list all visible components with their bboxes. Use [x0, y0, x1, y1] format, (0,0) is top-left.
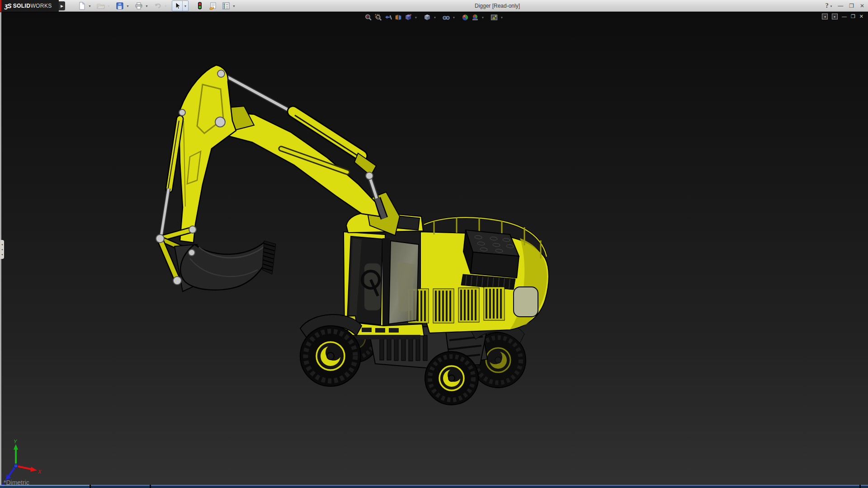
solidworks-mark-icon: ʒS [5, 2, 11, 9]
taskbar-segment[interactable] [151, 485, 859, 488]
wheel-front-left[interactable] [300, 326, 361, 386]
zoom-to-area-button[interactable] [374, 13, 383, 22]
edit-appearance-icon [462, 14, 469, 21]
wheel-front-right[interactable] [425, 352, 478, 405]
splitter-arrow-icon: ◂ [1, 242, 3, 247]
view-settings-dropdown[interactable]: ▾ [500, 16, 504, 19]
minimize-button[interactable]: — [838, 3, 843, 9]
section-view-icon [395, 14, 402, 21]
view-orientation-dropdown[interactable]: ▾ [414, 16, 418, 19]
hide-show-items-dropdown[interactable]: ▾ [452, 16, 456, 19]
window-title: Digger [Read-only] [475, 3, 520, 9]
solidworks-window: ʒS SOLIDWORKS ▶ ▼ ▼ [0, 0, 868, 488]
front-vents [362, 328, 399, 333]
zoom-to-area-icon [375, 14, 382, 21]
rebuild-traffic-light-icon [196, 2, 204, 10]
menu-expand-button[interactable]: ▶ [59, 1, 65, 10]
select-tool-dropdown[interactable]: ▼ [182, 1, 188, 11]
doc-restore-button[interactable]: ❐ [851, 14, 855, 19]
doc-close-button[interactable]: ✕ [859, 14, 863, 19]
print-dropdown[interactable]: ▼ [144, 1, 150, 11]
open-dropdown[interactable]: ▼ [106, 1, 112, 11]
options-button[interactable] [221, 1, 231, 11]
save-dropdown[interactable]: ▼ [125, 1, 131, 11]
graphics-area[interactable]: Y X Z [0, 12, 868, 485]
window-controls: ? ▾ — ❐ ✕ [826, 0, 864, 12]
expand-pane-right-button[interactable]: ▸ [832, 14, 838, 19]
file-properties-button[interactable] [208, 1, 218, 11]
previous-view-icon [385, 14, 392, 21]
select-tool-group: ▼ [172, 0, 189, 11]
zoom-to-fit-icon [365, 14, 373, 21]
previous-view-button[interactable] [384, 13, 393, 22]
featuremanager-splitter-tab[interactable]: ◂ ◂ ◂ [0, 240, 4, 259]
help-button[interactable]: ? [826, 3, 829, 9]
open-folder-icon [97, 2, 105, 10]
triad-y-label: Y [14, 439, 17, 444]
restore-button[interactable]: ❐ [849, 3, 854, 9]
excavator-model[interactable]: Y X Z [0, 12, 868, 485]
headsup-view-toolbar: ▾ ▾ ▾ [364, 13, 504, 22]
undo-button[interactable] [153, 1, 163, 11]
collapse-pane-left-button[interactable]: ◂ [822, 14, 828, 19]
close-button[interactable]: ✕ [860, 3, 864, 9]
logo-red-stripe [0, 0, 1, 12]
display-style-dropdown[interactable]: ▾ [433, 16, 437, 19]
select-cursor-icon [173, 2, 181, 10]
view-settings-icon [491, 14, 498, 21]
titlebar: ʒS SOLIDWORKS ▶ ▼ ▼ [0, 0, 868, 12]
standard-toolbar: ▼ ▼ ▼ [77, 0, 237, 12]
options-dropdown[interactable]: ▼ [231, 1, 237, 11]
taskbar-segment[interactable] [91, 485, 150, 488]
apply-scene-button[interactable] [471, 13, 480, 22]
taskbar-segment[interactable] [861, 485, 868, 488]
hide-show-items-icon [443, 14, 450, 21]
taskbar-segment[interactable] [0, 485, 90, 488]
brand-name: SOLIDWORKS [13, 3, 52, 9]
print-icon [135, 2, 143, 10]
select-tool-button[interactable] [172, 1, 182, 11]
print-button[interactable] [134, 1, 144, 11]
new-document-dropdown[interactable]: ▼ [87, 1, 93, 11]
document-window-controls: ◂ ▸ — ❐ ✕ [822, 14, 863, 19]
engine-block [461, 230, 519, 290]
undo-arrow-icon [154, 2, 162, 10]
triad-x-label: X [38, 469, 42, 474]
doc-minimize-button[interactable]: — [842, 14, 847, 19]
new-document-icon [78, 2, 86, 10]
taskbar-strip [0, 485, 868, 488]
view-settings-button[interactable] [490, 13, 499, 22]
splitter-arrow-icon: ◂ [1, 252, 3, 257]
view-orientation-button[interactable] [404, 13, 413, 22]
open-button[interactable] [96, 1, 106, 11]
save-button[interactable] [115, 1, 125, 11]
display-style-button[interactable] [423, 13, 432, 22]
rebuild-button[interactable] [195, 1, 205, 11]
undo-dropdown[interactable]: ▼ [163, 1, 169, 11]
edit-appearance-button[interactable] [461, 13, 470, 22]
section-view-button[interactable] [394, 13, 403, 22]
view-orientation-icon [405, 14, 412, 21]
apply-scene-icon [472, 14, 479, 21]
solidworks-logo: ʒS SOLIDWORKS [0, 0, 59, 12]
new-document-button[interactable] [77, 1, 87, 11]
help-dropdown[interactable]: ▾ [830, 5, 832, 8]
zoom-to-fit-button[interactable] [364, 13, 373, 22]
splitter-arrow-icon: ◂ [1, 247, 3, 252]
file-properties-icon [209, 2, 217, 10]
display-style-icon [424, 14, 431, 21]
hide-show-items-button[interactable] [442, 13, 451, 22]
apply-scene-dropdown[interactable]: ▾ [481, 16, 485, 19]
save-floppy-icon [116, 2, 124, 10]
rear-quarter-window [514, 287, 538, 317]
options-icon [222, 2, 230, 10]
